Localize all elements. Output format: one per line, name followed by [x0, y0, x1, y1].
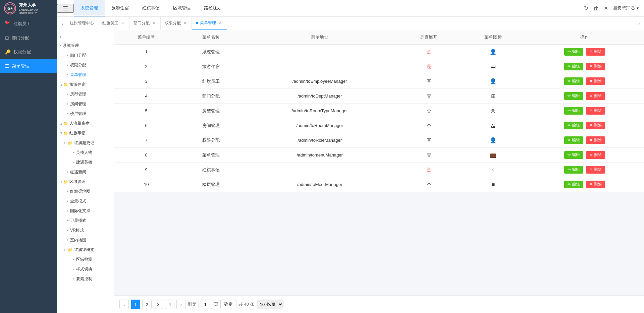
- col-header-icon: 菜单图标: [461, 30, 525, 45]
- delete-btn-1[interactable]: ✕ 删除: [586, 48, 605, 56]
- tree-folder-region[interactable]: □ 📁 区域管理: [57, 177, 114, 187]
- delete-btn-7[interactable]: ✕ 删除: [586, 136, 605, 144]
- cell-name: 房间管理: [178, 118, 243, 133]
- cell-expanded: 是: [396, 163, 461, 177]
- cell-id: 7: [114, 133, 178, 148]
- page-btn-1[interactable]: 1: [131, 300, 140, 309]
- tree-node-i18n[interactable]: 国际化支持: [63, 206, 114, 216]
- tree-folder-overview[interactable]: □ 📁 红旗渠概览: [63, 245, 114, 255]
- edit-btn-10[interactable]: ✏ 编辑: [564, 181, 583, 188]
- nav-item-region[interactable]: 区域管理: [166, 0, 197, 16]
- delete-btn-5[interactable]: ✕ 删除: [586, 107, 605, 115]
- tab-menu-close[interactable]: ✕: [218, 20, 223, 25]
- cell-path: [243, 163, 396, 177]
- main-layout: 🚩 红旗员工 ⊞ 部门分配 🔑 权限分配 ☰ 菜单管理 ‹ 红旗管理中心 红旗员…: [0, 17, 644, 313]
- edit-btn-5[interactable]: ✏ 编辑: [564, 107, 583, 115]
- delete-btn-2[interactable]: ✕ 删除: [586, 63, 605, 70]
- trash-icon[interactable]: 🗑: [593, 5, 599, 11]
- tree-folder-redflag-label: 红旗事记: [69, 130, 86, 136]
- sidebar-item-menu[interactable]: ☰ 菜单管理: [0, 59, 57, 73]
- delete-btn-10[interactable]: ✕ 删除: [586, 181, 605, 188]
- tree-node-panorama[interactable]: 全景模式: [63, 196, 114, 206]
- tree-node-room[interactable]: 房间管理: [63, 99, 114, 109]
- nav-item-route[interactable]: 路径规划: [197, 0, 228, 16]
- tree-folder-overview-label: 红旗渠概览: [74, 247, 94, 253]
- delete-btn-8[interactable]: ✕ 删除: [586, 151, 605, 159]
- tree-node-role[interactable]: 权限分配: [63, 60, 114, 70]
- tree-folder-crowd[interactable]: □ 📁 人流量密度: [57, 119, 114, 128]
- delete-btn-9[interactable]: ✕ 删除: [586, 166, 605, 174]
- tree-node-dept[interactable]: 部门分配: [63, 51, 114, 60]
- edit-btn-4[interactable]: ✏ 编辑: [564, 92, 583, 100]
- prev-page-btn[interactable]: ‹: [119, 300, 129, 309]
- goto-input[interactable]: [199, 300, 212, 309]
- tab-dept-close[interactable]: ✕: [151, 21, 156, 26]
- tree-node-roomtype[interactable]: 房型管理: [63, 89, 114, 99]
- page-btn-3[interactable]: 3: [154, 300, 163, 309]
- tree-collapse-btn[interactable]: ‹: [57, 33, 114, 41]
- page-size-select[interactable]: 10 条/页 20 条/页 50 条/页: [257, 300, 283, 309]
- cell-icon: 👤: [461, 133, 525, 148]
- edit-btn-2[interactable]: ✏ 编辑: [564, 63, 583, 70]
- page-content: ‹ 系统管理 部门分配 权限分配 菜单管理 □ 📁 旅游住宿: [57, 30, 644, 313]
- edit-btn-6[interactable]: ✏ 编辑: [564, 122, 583, 129]
- nav-item-tourism[interactable]: 旅游住宿: [105, 0, 136, 16]
- tree-node-menu[interactable]: 菜单管理: [63, 70, 114, 80]
- tab-dept[interactable]: 部门分配 ✕: [129, 17, 161, 30]
- delete-btn-6[interactable]: ✕ 删除: [586, 122, 605, 129]
- page-btn-4[interactable]: 4: [165, 300, 174, 309]
- tab-menu-dot: [196, 22, 198, 24]
- user-info[interactable]: 超级管理员 ▾: [613, 5, 639, 11]
- nav-item-redFlag[interactable]: 红旗事记: [136, 0, 166, 16]
- nav-item-system[interactable]: 系统管理: [74, 0, 105, 16]
- page-btn-2[interactable]: 2: [142, 300, 152, 309]
- edit-btn-7[interactable]: ✏ 编辑: [564, 136, 583, 144]
- edit-btn-9[interactable]: ✏ 编辑: [564, 166, 583, 174]
- tab-right-arrow[interactable]: ›: [636, 21, 642, 26]
- tree-node-vr[interactable]: VR模式: [63, 226, 114, 235]
- tab-employee[interactable]: 红旗员工 ✕: [98, 17, 129, 30]
- tree-node-detect[interactable]: 区域检测: [69, 255, 114, 264]
- tree-node-element[interactable]: 要素控制: [69, 274, 114, 284]
- tab-menu[interactable]: 菜单管理 ✕: [192, 17, 227, 30]
- hamburger-button[interactable]: ☰: [57, 4, 74, 13]
- goto-label: 到第: [188, 301, 197, 307]
- tree-node-style[interactable]: 样式切换: [69, 264, 114, 274]
- tree-folder-history[interactable]: □ 📁 红旗趣史记: [63, 138, 114, 148]
- tab-role-close[interactable]: ✕: [182, 21, 187, 26]
- tree-node-satellite[interactable]: 卫星模式: [63, 216, 114, 226]
- tree-folder-tourism[interactable]: □ 📁 旅游住宿: [57, 80, 114, 89]
- tab-employee-close[interactable]: ✕: [120, 21, 125, 26]
- user-dropdown-icon: ▾: [637, 6, 639, 11]
- tree-node-system: 系统管理: [57, 41, 114, 51]
- tab-home[interactable]: 红旗管理中心: [66, 17, 98, 30]
- edit-btn-8[interactable]: ✏ 编辑: [564, 151, 583, 159]
- tree-node-map[interactable]: 红旗渠地图: [63, 187, 114, 196]
- edit-btn-3[interactable]: ✏ 编辑: [564, 77, 583, 85]
- tree-node-floor[interactable]: 楼层管理: [63, 109, 114, 119]
- close-nav-icon[interactable]: ✕: [604, 5, 608, 11]
- edit-btn-1[interactable]: ✏ 编辑: [564, 48, 583, 56]
- cell-expanded: 否: [396, 177, 461, 192]
- tab-toggle-btn[interactable]: ‹: [59, 21, 66, 26]
- cell-name: 红旗员工: [178, 74, 243, 89]
- tab-role[interactable]: 权限分配 ✕: [161, 17, 192, 30]
- delete-btn-3[interactable]: ✕ 删除: [586, 77, 605, 85]
- cell-action: ✏ 编辑 ✕ 删除: [526, 74, 644, 89]
- delete-btn-4[interactable]: ✕ 删除: [586, 92, 605, 100]
- tree-node-indoor[interactable]: 室内地图: [63, 235, 114, 245]
- tree-node-hero[interactable]: 英模人物: [69, 148, 114, 158]
- top-nav-right: ↻ 🗑 ✕ 超级管理员 ▾: [579, 5, 644, 11]
- refresh-icon[interactable]: ↻: [584, 5, 588, 11]
- tree-node-news[interactable]: 红遇新闻: [63, 167, 114, 177]
- sidebar-item-dept[interactable]: ⊞ 部门分配: [0, 31, 57, 45]
- goto-confirm-btn[interactable]: 确定: [220, 300, 236, 309]
- cell-action: ✏ 编辑 ✕ 删除: [526, 163, 644, 177]
- next-page-btn[interactable]: ›: [176, 300, 186, 309]
- tab-home-label: 红旗管理中心: [70, 20, 94, 26]
- sidebar-item-employee[interactable]: 🚩 红旗员工: [0, 17, 57, 31]
- sidebar-item-role[interactable]: 🔑 权限分配: [0, 45, 57, 59]
- tree-folder-redflag[interactable]: □ 📁 红旗事记: [57, 128, 114, 138]
- tree-node-build[interactable]: 建遇英雄: [69, 158, 114, 167]
- table-row: 7 权限分配 /admin/toRoleManager 否 👤 ✏ 编辑 ✕ 删…: [114, 133, 644, 148]
